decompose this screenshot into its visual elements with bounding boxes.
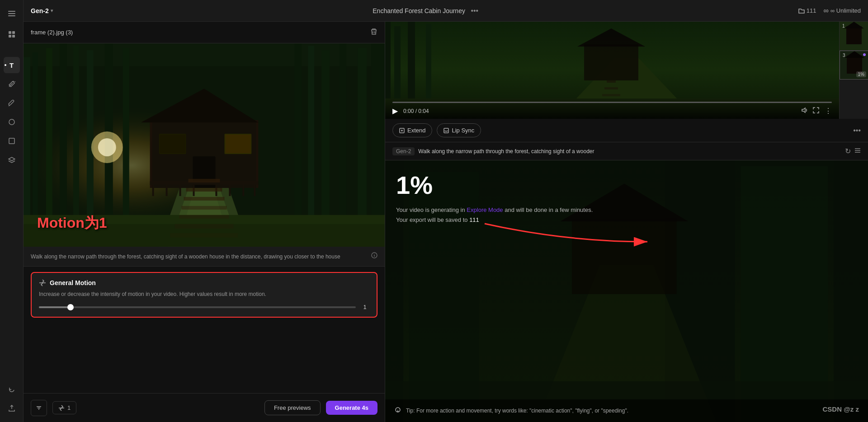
layers-icon[interactable] <box>4 152 20 168</box>
svg-rect-3 <box>9 31 11 34</box>
lip-sync-icon <box>443 128 449 133</box>
slider-thumb[interactable] <box>67 304 74 310</box>
video-preview: 1 3 1% <box>385 22 868 119</box>
top-header: Gen-2 ▾ Enchanted Forest Cabin Journey •… <box>24 0 868 22</box>
explore-mode-link[interactable]: Explore Mode <box>467 206 503 213</box>
box-icon[interactable] <box>4 133 20 149</box>
prompt-info-icon[interactable] <box>371 252 377 258</box>
svg-rect-42 <box>179 185 181 196</box>
panel-title: frame (2).jpg (3) <box>31 29 73 36</box>
unlimited-badge[interactable]: ∞ ∞ Unlimited <box>824 7 861 15</box>
thumbnail-1[interactable]: 1 <box>840 22 868 51</box>
prompt-area[interactable]: Walk along the narrow path through the f… <box>24 247 385 267</box>
generate-btn[interactable]: Generate 4s <box>326 401 377 415</box>
thumb-3-badge: 1% <box>856 71 866 77</box>
play-btn[interactable]: ▶ <box>392 107 398 115</box>
video-progress-bar[interactable] <box>392 102 832 103</box>
two-col-layout: frame (2).jpg (3) <box>24 22 868 422</box>
svg-rect-37 <box>160 135 185 153</box>
thumbnail-3[interactable]: 3 1% <box>840 51 868 80</box>
gen-refresh-btn[interactable]: ↻ <box>845 147 851 155</box>
text-icon[interactable]: T <box>4 57 20 73</box>
project-title: Enchanted Forest Cabin Journey <box>373 7 465 14</box>
unlimited-label: ∞ Unlimited <box>830 7 861 14</box>
svg-point-9 <box>9 119 14 125</box>
volume-icon[interactable] <box>801 107 807 115</box>
tooltip-description: Increase or decrease the intensity of mo… <box>39 290 369 298</box>
app-name: Gen-2 <box>31 7 49 14</box>
folder-label: 111 <box>807 7 816 14</box>
svg-rect-57 <box>175 224 234 229</box>
time-display: 0:00 / 0:04 <box>403 108 429 114</box>
tip-text: Tip: For more action and movement, try w… <box>406 407 628 415</box>
video-more-btn[interactable]: ⋮ <box>825 107 832 115</box>
prompt-text: Walk along the narrow path through the f… <box>31 253 340 260</box>
thumbnail-strip: 1 3 1% <box>839 22 868 119</box>
svg-rect-54 <box>184 197 225 201</box>
tooltip-title: General Motion <box>50 279 96 286</box>
general-motion-tooltip: General Motion Increase or decrease the … <box>31 272 377 318</box>
menu-icon[interactable] <box>4 5 20 22</box>
sort-btn[interactable] <box>31 400 47 416</box>
grid-icon[interactable] <box>4 26 20 42</box>
app-title[interactable]: Gen-2 ▾ <box>31 7 53 14</box>
svg-rect-58 <box>170 233 238 238</box>
fullscreen-icon[interactable] <box>813 107 819 115</box>
delete-btn[interactable] <box>370 28 377 37</box>
svg-rect-40 <box>152 185 154 196</box>
svg-rect-41 <box>166 185 168 196</box>
circle-icon[interactable] <box>4 114 20 130</box>
svg-rect-0 <box>8 11 15 12</box>
svg-rect-69 <box>607 80 616 83</box>
lip-sync-label: Lip Sync <box>452 127 474 134</box>
undo-icon[interactable] <box>4 381 20 398</box>
lip-sync-btn[interactable]: Lip Sync <box>437 123 481 137</box>
tip-section: Tip: For more action and movement, try w… <box>385 399 868 422</box>
action-more-btn[interactable]: ••• <box>853 127 861 135</box>
sidebar: T <box>0 0 24 422</box>
svg-rect-76 <box>847 56 862 74</box>
app-chevron: ▾ <box>51 8 53 13</box>
extend-label: Extend <box>407 127 425 134</box>
video-controls: ▶ 0:00 / 0:04 <box>385 98 839 119</box>
folder-count[interactable]: 111 <box>798 7 816 14</box>
main-content: Gen-2 ▾ Enchanted Forest Cabin Journey •… <box>24 0 868 422</box>
motion-value: 1 <box>360 304 369 310</box>
svg-rect-46 <box>242 185 244 196</box>
gen-menu-btn[interactable] <box>854 147 861 155</box>
wand-icon[interactable] <box>4 76 20 92</box>
svg-rect-2 <box>8 15 15 16</box>
progress-percent: 1% <box>396 173 857 198</box>
svg-rect-71 <box>602 94 620 96</box>
extend-btn[interactable]: Extend <box>392 123 432 137</box>
action-row: Extend Lip Sync ••• <box>385 119 868 142</box>
motion-icon <box>39 279 46 286</box>
right-panel: 1 3 1% <box>385 22 868 422</box>
thumb-1-num: 1 <box>842 23 845 28</box>
image-container: Motion为1 <box>24 43 385 247</box>
gen-model-label: Gen-2 <box>392 147 415 155</box>
svg-rect-5 <box>9 35 11 38</box>
motion-btn[interactable]: 1 <box>52 401 76 414</box>
project-more-btn[interactable]: ••• <box>471 7 478 14</box>
bottom-bar: 1 Free previews Generate 4s <box>24 393 385 422</box>
svg-rect-4 <box>12 31 15 34</box>
svg-point-49 <box>98 138 116 156</box>
extend-icon <box>399 128 405 133</box>
motion-slider[interactable] <box>39 306 356 308</box>
svg-rect-56 <box>179 215 229 219</box>
red-arrow <box>476 215 656 269</box>
export-icon[interactable] <box>4 400 20 417</box>
free-previews-btn[interactable]: Free previews <box>264 400 321 415</box>
svg-rect-38 <box>225 135 250 153</box>
slider-fill <box>39 306 71 308</box>
svg-rect-47 <box>254 185 255 196</box>
tip-icon <box>394 407 401 414</box>
svg-rect-6 <box>12 35 15 38</box>
motion-btn-label: 1 <box>67 404 71 411</box>
left-panel: frame (2).jpg (3) <box>24 22 385 422</box>
svg-rect-73 <box>846 26 862 44</box>
motion-label: Motion为1 <box>37 213 107 233</box>
paint-icon[interactable] <box>4 95 20 111</box>
svg-rect-70 <box>604 87 618 89</box>
